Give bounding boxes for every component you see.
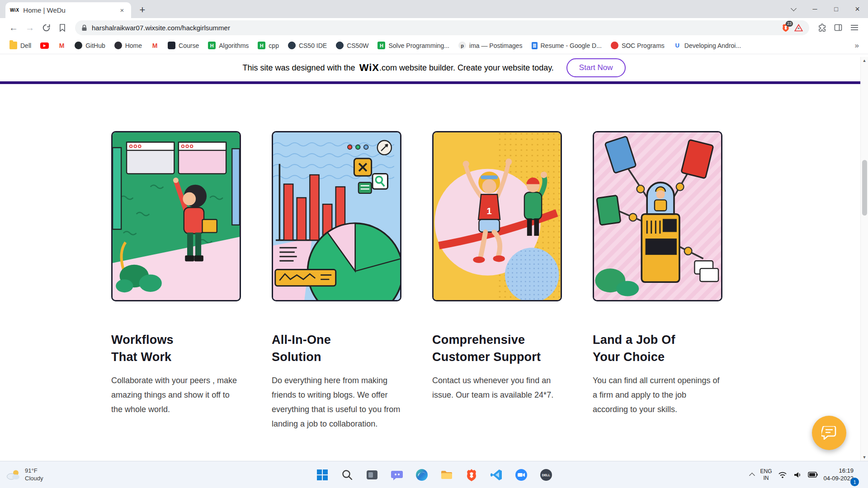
forward-icon[interactable]: → <box>22 19 38 36</box>
brave-shield-icon[interactable]: 23 <box>782 23 790 32</box>
feature-body: Collaborate with your peers , make amazi… <box>111 373 241 417</box>
scrollbar-track[interactable] <box>861 64 868 454</box>
page-content: Workflows That Work Collaborate with you… <box>0 84 868 461</box>
wifi-icon[interactable] <box>778 471 787 479</box>
tab-search-icon[interactable] <box>783 0 804 18</box>
shield-badge: 23 <box>786 21 793 27</box>
chat-widget-button[interactable] <box>812 416 846 450</box>
reload-icon[interactable] <box>38 19 54 36</box>
scroll-down-icon[interactable]: ▼ <box>861 454 868 461</box>
clock[interactable]: 16:19 04-09-2022 1 <box>824 467 854 483</box>
search-button[interactable] <box>338 466 356 484</box>
url-bar[interactable]: harshalraikwar07.wixsite.com/hackgirlsum… <box>75 20 809 35</box>
github-icon <box>75 42 82 49</box>
scrollbar[interactable]: ▲ ▼ <box>860 57 868 461</box>
brave-browser-button[interactable] <box>462 466 481 484</box>
notification-badge[interactable]: 1 <box>850 478 859 486</box>
bookmark-flag-icon[interactable] <box>54 19 71 36</box>
new-tab-button[interactable]: + <box>136 3 149 17</box>
window-controls: ─ □ × <box>783 0 868 18</box>
minimize-button[interactable]: ─ <box>804 0 826 18</box>
google-docs-icon <box>532 42 538 49</box>
gmail-icon <box>151 42 159 49</box>
cloud-icon <box>5 469 21 481</box>
chat-bubble-icon <box>821 426 837 440</box>
bookmark-cs50-ide[interactable]: CS50 IDE <box>284 40 331 51</box>
udacity-icon <box>674 42 681 49</box>
teams-chat-button[interactable] <box>388 466 406 484</box>
feature-card-all-in-one: All-In-One Solution Do everything here f… <box>272 131 401 431</box>
sidebar-panel-icon[interactable] <box>830 19 846 36</box>
tab-title: Home | WeDu <box>23 6 113 14</box>
bookmark-youtube[interactable] <box>36 41 53 51</box>
camera-app-button[interactable] <box>512 466 530 484</box>
bookmark-algorithms[interactable]: Algorithms <box>204 40 253 51</box>
postimages-icon <box>458 42 466 49</box>
features-section: Workflows That Work Collaborate with you… <box>111 131 722 431</box>
bookmark-course[interactable]: Course <box>164 40 203 51</box>
extensions-puzzle-icon[interactable] <box>814 19 830 36</box>
battery-icon[interactable] <box>808 472 818 478</box>
home-site-icon <box>114 42 122 49</box>
hackerrank-icon <box>377 42 385 49</box>
wix-banner-inner: This site was designed with the WiX .com… <box>243 58 626 77</box>
feature-body: Contact us whenever you find an issue. O… <box>432 373 562 402</box>
banner-text-suffix: .com website builder. Create your websit… <box>379 63 554 73</box>
maximize-button[interactable]: □ <box>826 0 847 18</box>
customer-support-illustration: 1 <box>432 131 562 301</box>
close-button[interactable]: × <box>847 0 868 18</box>
menu-hamburger-icon[interactable] <box>846 19 863 36</box>
start-button[interactable] <box>313 466 331 484</box>
bookmark-gmail-2[interactable] <box>147 40 163 51</box>
browser-tab[interactable]: WiX Home | WeDu × <box>5 2 131 18</box>
bookmark-gmail[interactable] <box>54 40 70 51</box>
language-indicator[interactable]: ENG IN <box>760 468 772 482</box>
back-icon[interactable]: ← <box>5 19 22 36</box>
edge-browser-button[interactable] <box>413 466 431 484</box>
bookmark-solve-programming[interactable]: Solve Programming... <box>373 40 453 51</box>
volume-icon[interactable] <box>793 471 802 479</box>
youtube-icon <box>40 42 49 49</box>
vscode-button[interactable] <box>487 466 505 484</box>
bookmark-dell[interactable]: Dell <box>5 40 35 51</box>
scroll-up-icon[interactable]: ▲ <box>861 57 868 64</box>
bookmarks-overflow-icon[interactable]: » <box>851 41 863 50</box>
feature-card-support: 1 Comprehensive Customer Support Contact… <box>432 131 562 431</box>
tray-chevron-up-icon[interactable] <box>750 473 755 479</box>
browser-navbar: ← → harshalraikwar07.wixsite.com/hackgir… <box>0 18 868 37</box>
weather-widget[interactable]: 91°F Cloudy <box>5 467 43 483</box>
bookmark-cs50w[interactable]: CS50W <box>332 40 373 51</box>
folder-icon <box>9 42 17 49</box>
lock-icon[interactable] <box>81 24 87 32</box>
dell-app-button[interactable]: DELL <box>537 466 555 484</box>
bookmark-postimages[interactable]: ima — Postimages <box>454 40 526 51</box>
scrollbar-thumb[interactable] <box>862 160 867 216</box>
hackerrank-icon <box>258 42 265 49</box>
bookmark-soc-programs[interactable]: SOC Programs <box>607 40 669 51</box>
system-tray: ENG IN 16:19 04-09-2022 1 <box>750 467 862 483</box>
banner-text: This site was designed with the <box>243 63 355 73</box>
svg-text:1: 1 <box>487 206 492 216</box>
bookmark-cpp[interactable]: cpp <box>254 40 283 51</box>
taskbar-center-icons: DELL <box>313 466 555 484</box>
course-icon <box>168 42 175 49</box>
bookmark-github[interactable]: GitHub <box>71 40 109 51</box>
url-text[interactable]: harshalraikwar07.wixsite.com/hackgirlsum… <box>92 24 777 32</box>
bookmark-home[interactable]: Home <box>110 40 146 51</box>
tab-close-icon[interactable]: × <box>118 6 127 15</box>
feature-body: You can find all current openings of a f… <box>593 373 722 417</box>
wix-favicon: WiX <box>10 8 19 13</box>
workflows-illustration <box>111 131 241 301</box>
file-explorer-button[interactable] <box>438 466 456 484</box>
brave-rewards-triangle-icon[interactable] <box>794 24 803 32</box>
hackerrank-icon <box>208 42 216 49</box>
feature-title: All-In-One Solution <box>272 331 401 366</box>
task-view-button[interactable] <box>363 466 381 484</box>
taskbar: 91°F Cloudy <box>0 461 868 488</box>
screen: WiX Home | WeDu × + ─ □ × ← → harshalrai… <box>0 0 868 488</box>
start-now-button[interactable]: Start Now <box>566 58 626 77</box>
feature-title: Workflows That Work <box>111 331 241 366</box>
bookmark-resume[interactable]: Resume - Google D... <box>528 40 606 51</box>
soc-icon <box>611 42 618 49</box>
bookmark-developing-android[interactable]: Developing Androi... <box>670 40 745 51</box>
